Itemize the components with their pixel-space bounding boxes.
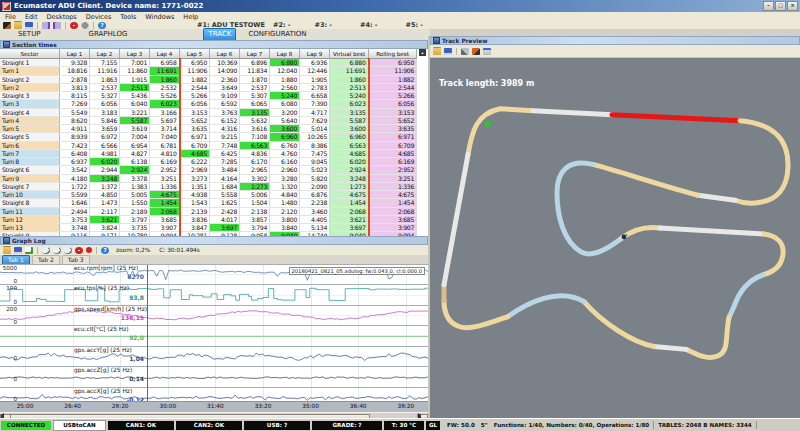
flag-icon[interactable]: [483, 48, 491, 55]
tab-track[interactable]: TRACK: [203, 28, 236, 40]
lap-time: 2:090: [300, 182, 330, 190]
stop-icon[interactable]: [70, 22, 78, 29]
lap-time: 4:164: [210, 174, 240, 182]
lap-time: 3:735: [120, 224, 150, 232]
y-zero-label: 0: [0, 355, 17, 361]
menu-tools[interactable]: Tools: [120, 13, 136, 21]
lap-time: 6:709: [180, 141, 210, 149]
track-preview-panel: Track Preview Track length: 3989 m: [430, 36, 800, 419]
minimize-icon[interactable]: –: [763, 1, 774, 11]
lap-time: 6:056: [90, 100, 120, 108]
lap-time: 4:836: [240, 149, 270, 157]
clear-icon[interactable]: [75, 247, 83, 254]
sector-name: Straight 4: [0, 108, 60, 116]
virtual-best: 3:600: [330, 125, 369, 133]
lap-time: 5:820: [300, 174, 330, 182]
status-grade: GRADE: ?: [312, 421, 382, 430]
lap-time: 18:816: [60, 67, 90, 75]
section-times-header: Section times: [0, 40, 428, 49]
lap-time: 2:120: [270, 207, 300, 215]
sector-name: Turn 10: [0, 191, 60, 199]
maximize-icon[interactable]: □: [775, 1, 786, 11]
lap-time: 2:878: [60, 75, 90, 83]
lap-time: 4:675: [150, 191, 180, 199]
lap-time: 2:139: [180, 207, 210, 215]
lap-time: 8:115: [60, 92, 90, 100]
wrench-icon[interactable]: [461, 48, 469, 55]
y-max-label: 100: [0, 285, 17, 291]
save-icon[interactable]: [25, 22, 33, 29]
rolling-best: 2:952: [369, 166, 417, 174]
lap-time: 7:001: [120, 59, 150, 67]
virtual-best: 3:697: [330, 224, 369, 232]
lap-time: 1:504: [240, 199, 270, 207]
table-row: Turn 67:4236:5666:9546:7816:7097:7486:56…: [0, 141, 417, 149]
table-scroll-button[interactable]: ▴: [419, 49, 426, 56]
lap-time: 4:850: [90, 191, 120, 199]
lap-time: 5:436: [120, 92, 150, 100]
graph-save-icon[interactable]: [14, 247, 22, 254]
lap-time: 3:797: [120, 215, 150, 223]
upload-desktop-icon[interactable]: [42, 22, 50, 29]
help-icon[interactable]: ?: [98, 22, 106, 29]
track-map[interactable]: Track length: 3989 m: [430, 58, 800, 419]
zoom-out-icon[interactable]: [53, 247, 61, 254]
graph-help-icon[interactable]: ?: [101, 247, 109, 254]
graph-log-icon: [3, 237, 10, 244]
pen-icon[interactable]: [3, 22, 11, 29]
menu-windows[interactable]: Windows: [145, 13, 174, 21]
graph-cursor-line[interactable]: [147, 265, 148, 401]
zoom-in-icon[interactable]: [42, 247, 50, 254]
tab-configuration[interactable]: CONFIGURATION: [244, 29, 310, 40]
lap-time: 6:592: [210, 100, 240, 108]
track-save-icon[interactable]: [444, 48, 452, 55]
graph-open-icon[interactable]: [3, 246, 11, 254]
graph-tab-2[interactable]: Tab 2: [32, 255, 60, 264]
tab-setup[interactable]: SETUP: [14, 29, 45, 40]
menu-devices[interactable]: Devices: [86, 13, 112, 21]
device-slot-5[interactable]: #5: -: [406, 21, 424, 29]
graph-tab-3[interactable]: Tab 3: [62, 255, 90, 264]
tab-graphlog[interactable]: GRAPHLOG: [85, 29, 132, 40]
device-slot-2[interactable]: #2: -: [273, 21, 291, 29]
lap-time: 2:138: [240, 207, 270, 215]
y-max-label: 5000: [0, 265, 17, 271]
device-slot-3[interactable]: #3: -: [314, 21, 332, 29]
lap-time: 11:691: [150, 67, 180, 75]
rolling-best: 6:709: [369, 141, 417, 149]
lap-time: 8:620: [60, 116, 90, 124]
menu-edit[interactable]: Edit: [25, 13, 38, 21]
settings-gear-icon[interactable]: [81, 22, 89, 29]
lap-time: 6:880: [270, 59, 300, 67]
menu-help[interactable]: Help: [183, 13, 198, 21]
virtual-best: 5:587: [330, 116, 369, 124]
lap-time: 6:170: [240, 158, 270, 166]
menu-desktops[interactable]: Desktops: [46, 13, 76, 21]
open-folder-icon[interactable]: [14, 21, 22, 29]
col-header-sector: Sector: [0, 49, 60, 59]
close-icon[interactable]: ×: [787, 1, 798, 11]
virtual-best: 6:880: [330, 59, 369, 67]
lap-time: 2:924: [120, 166, 150, 174]
table-row: Turn 123:7533:6213:7973:6853:8364:0173:8…: [0, 215, 417, 223]
download-desktop-icon[interactable]: [53, 22, 61, 29]
graph-lanes[interactable]: 20180421_0821_05.adulog: fw:0.043.0, cl:…: [0, 265, 428, 401]
lap-time: 4:017: [210, 215, 240, 223]
lap-time: 1:860: [150, 75, 180, 83]
lap-time: 5:327: [90, 92, 120, 100]
edit-pencil-icon[interactable]: [472, 48, 480, 55]
table-row: Straight 58:9396:9727:0047:0406:9719:215…: [0, 133, 417, 141]
zoom-fit-icon[interactable]: [64, 247, 72, 254]
lap-time: 9:215: [210, 133, 240, 141]
device-slot-4[interactable]: #4: -: [360, 21, 378, 29]
track-open-icon[interactable]: [433, 47, 441, 55]
lap-time: 1:625: [210, 199, 240, 207]
lap-time: 3:600: [270, 125, 300, 133]
table-row: Turn 37:2696:0566:0406:0236:0566:5926:06…: [0, 100, 417, 108]
menu-file[interactable]: File: [5, 13, 16, 21]
lap-time: 11:916: [90, 67, 120, 75]
graph-export-icon[interactable]: [25, 247, 33, 254]
lane-gps.speed: 2000gps.speed[km/h] (25 Hz)136,15: [0, 306, 428, 326]
graph-tab-1[interactable]: Tab 1: [2, 255, 30, 264]
record-icon[interactable]: [86, 247, 92, 253]
